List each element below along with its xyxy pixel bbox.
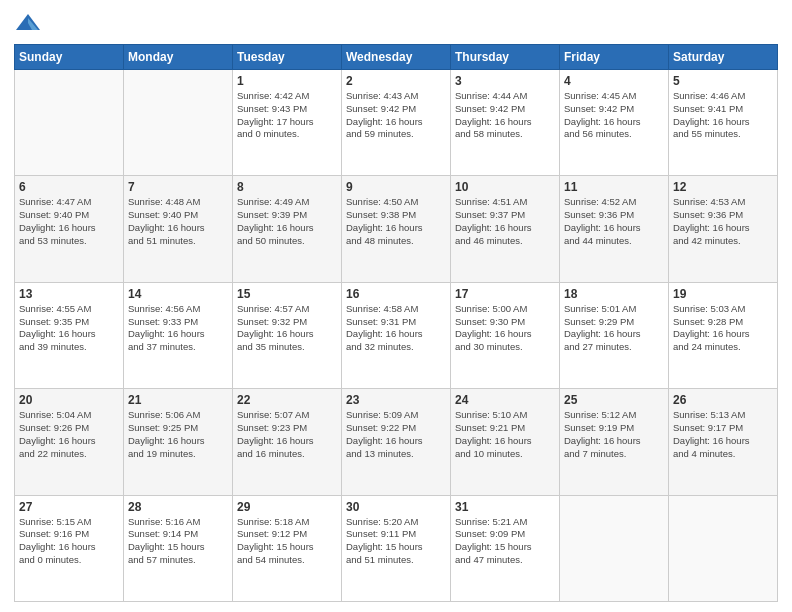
day-number: 9 xyxy=(346,180,446,194)
day-info: Sunrise: 4:56 AM Sunset: 9:33 PM Dayligh… xyxy=(128,303,228,354)
calendar-cell: 31Sunrise: 5:21 AM Sunset: 9:09 PM Dayli… xyxy=(451,495,560,601)
day-number: 13 xyxy=(19,287,119,301)
calendar-cell: 22Sunrise: 5:07 AM Sunset: 9:23 PM Dayli… xyxy=(233,389,342,495)
week-row-3: 13Sunrise: 4:55 AM Sunset: 9:35 PM Dayli… xyxy=(15,282,778,388)
day-info: Sunrise: 4:52 AM Sunset: 9:36 PM Dayligh… xyxy=(564,196,664,247)
day-number: 20 xyxy=(19,393,119,407)
logo-icon xyxy=(14,10,42,38)
calendar-cell xyxy=(669,495,778,601)
weekday-header-saturday: Saturday xyxy=(669,45,778,70)
calendar-cell: 24Sunrise: 5:10 AM Sunset: 9:21 PM Dayli… xyxy=(451,389,560,495)
day-info: Sunrise: 5:12 AM Sunset: 9:19 PM Dayligh… xyxy=(564,409,664,460)
day-number: 24 xyxy=(455,393,555,407)
day-number: 30 xyxy=(346,500,446,514)
weekday-header-sunday: Sunday xyxy=(15,45,124,70)
day-number: 26 xyxy=(673,393,773,407)
calendar-cell: 25Sunrise: 5:12 AM Sunset: 9:19 PM Dayli… xyxy=(560,389,669,495)
day-info: Sunrise: 4:46 AM Sunset: 9:41 PM Dayligh… xyxy=(673,90,773,141)
calendar-cell: 4Sunrise: 4:45 AM Sunset: 9:42 PM Daylig… xyxy=(560,70,669,176)
day-info: Sunrise: 4:48 AM Sunset: 9:40 PM Dayligh… xyxy=(128,196,228,247)
day-info: Sunrise: 4:42 AM Sunset: 9:43 PM Dayligh… xyxy=(237,90,337,141)
day-number: 8 xyxy=(237,180,337,194)
day-number: 23 xyxy=(346,393,446,407)
weekday-header-wednesday: Wednesday xyxy=(342,45,451,70)
calendar-cell: 5Sunrise: 4:46 AM Sunset: 9:41 PM Daylig… xyxy=(669,70,778,176)
calendar-cell: 16Sunrise: 4:58 AM Sunset: 9:31 PM Dayli… xyxy=(342,282,451,388)
calendar-cell: 9Sunrise: 4:50 AM Sunset: 9:38 PM Daylig… xyxy=(342,176,451,282)
calendar-cell: 27Sunrise: 5:15 AM Sunset: 9:16 PM Dayli… xyxy=(15,495,124,601)
day-info: Sunrise: 4:50 AM Sunset: 9:38 PM Dayligh… xyxy=(346,196,446,247)
day-info: Sunrise: 5:03 AM Sunset: 9:28 PM Dayligh… xyxy=(673,303,773,354)
day-info: Sunrise: 4:58 AM Sunset: 9:31 PM Dayligh… xyxy=(346,303,446,354)
day-number: 4 xyxy=(564,74,664,88)
calendar-cell xyxy=(15,70,124,176)
calendar-cell: 26Sunrise: 5:13 AM Sunset: 9:17 PM Dayli… xyxy=(669,389,778,495)
calendar-cell: 17Sunrise: 5:00 AM Sunset: 9:30 PM Dayli… xyxy=(451,282,560,388)
day-info: Sunrise: 4:47 AM Sunset: 9:40 PM Dayligh… xyxy=(19,196,119,247)
weekday-header-row: SundayMondayTuesdayWednesdayThursdayFrid… xyxy=(15,45,778,70)
day-number: 18 xyxy=(564,287,664,301)
calendar-cell: 18Sunrise: 5:01 AM Sunset: 9:29 PM Dayli… xyxy=(560,282,669,388)
day-info: Sunrise: 5:07 AM Sunset: 9:23 PM Dayligh… xyxy=(237,409,337,460)
day-number: 11 xyxy=(564,180,664,194)
day-info: Sunrise: 5:21 AM Sunset: 9:09 PM Dayligh… xyxy=(455,516,555,567)
calendar-cell: 23Sunrise: 5:09 AM Sunset: 9:22 PM Dayli… xyxy=(342,389,451,495)
day-info: Sunrise: 5:10 AM Sunset: 9:21 PM Dayligh… xyxy=(455,409,555,460)
calendar-cell: 7Sunrise: 4:48 AM Sunset: 9:40 PM Daylig… xyxy=(124,176,233,282)
day-number: 31 xyxy=(455,500,555,514)
calendar-cell: 15Sunrise: 4:57 AM Sunset: 9:32 PM Dayli… xyxy=(233,282,342,388)
day-number: 7 xyxy=(128,180,228,194)
logo xyxy=(14,10,46,38)
weekday-header-tuesday: Tuesday xyxy=(233,45,342,70)
calendar-cell: 28Sunrise: 5:16 AM Sunset: 9:14 PM Dayli… xyxy=(124,495,233,601)
day-info: Sunrise: 5:20 AM Sunset: 9:11 PM Dayligh… xyxy=(346,516,446,567)
week-row-1: 1Sunrise: 4:42 AM Sunset: 9:43 PM Daylig… xyxy=(15,70,778,176)
week-row-5: 27Sunrise: 5:15 AM Sunset: 9:16 PM Dayli… xyxy=(15,495,778,601)
day-number: 21 xyxy=(128,393,228,407)
calendar-cell: 11Sunrise: 4:52 AM Sunset: 9:36 PM Dayli… xyxy=(560,176,669,282)
day-info: Sunrise: 5:16 AM Sunset: 9:14 PM Dayligh… xyxy=(128,516,228,567)
header xyxy=(14,10,778,38)
day-info: Sunrise: 5:01 AM Sunset: 9:29 PM Dayligh… xyxy=(564,303,664,354)
calendar-cell: 19Sunrise: 5:03 AM Sunset: 9:28 PM Dayli… xyxy=(669,282,778,388)
day-info: Sunrise: 4:51 AM Sunset: 9:37 PM Dayligh… xyxy=(455,196,555,247)
day-number: 22 xyxy=(237,393,337,407)
day-info: Sunrise: 5:13 AM Sunset: 9:17 PM Dayligh… xyxy=(673,409,773,460)
weekday-header-friday: Friday xyxy=(560,45,669,70)
day-number: 1 xyxy=(237,74,337,88)
day-info: Sunrise: 5:09 AM Sunset: 9:22 PM Dayligh… xyxy=(346,409,446,460)
day-number: 6 xyxy=(19,180,119,194)
day-info: Sunrise: 4:45 AM Sunset: 9:42 PM Dayligh… xyxy=(564,90,664,141)
day-info: Sunrise: 5:06 AM Sunset: 9:25 PM Dayligh… xyxy=(128,409,228,460)
day-number: 10 xyxy=(455,180,555,194)
calendar-cell: 13Sunrise: 4:55 AM Sunset: 9:35 PM Dayli… xyxy=(15,282,124,388)
day-info: Sunrise: 4:57 AM Sunset: 9:32 PM Dayligh… xyxy=(237,303,337,354)
day-info: Sunrise: 5:04 AM Sunset: 9:26 PM Dayligh… xyxy=(19,409,119,460)
day-number: 14 xyxy=(128,287,228,301)
calendar-cell: 12Sunrise: 4:53 AM Sunset: 9:36 PM Dayli… xyxy=(669,176,778,282)
calendar-cell xyxy=(560,495,669,601)
day-number: 29 xyxy=(237,500,337,514)
calendar-cell: 30Sunrise: 5:20 AM Sunset: 9:11 PM Dayli… xyxy=(342,495,451,601)
week-row-4: 20Sunrise: 5:04 AM Sunset: 9:26 PM Dayli… xyxy=(15,389,778,495)
day-number: 27 xyxy=(19,500,119,514)
weekday-header-monday: Monday xyxy=(124,45,233,70)
day-number: 17 xyxy=(455,287,555,301)
day-number: 5 xyxy=(673,74,773,88)
calendar-cell: 6Sunrise: 4:47 AM Sunset: 9:40 PM Daylig… xyxy=(15,176,124,282)
day-info: Sunrise: 4:43 AM Sunset: 9:42 PM Dayligh… xyxy=(346,90,446,141)
day-info: Sunrise: 5:15 AM Sunset: 9:16 PM Dayligh… xyxy=(19,516,119,567)
weekday-header-thursday: Thursday xyxy=(451,45,560,70)
day-number: 28 xyxy=(128,500,228,514)
week-row-2: 6Sunrise: 4:47 AM Sunset: 9:40 PM Daylig… xyxy=(15,176,778,282)
day-number: 16 xyxy=(346,287,446,301)
day-number: 12 xyxy=(673,180,773,194)
day-info: Sunrise: 4:55 AM Sunset: 9:35 PM Dayligh… xyxy=(19,303,119,354)
day-number: 15 xyxy=(237,287,337,301)
calendar-cell: 10Sunrise: 4:51 AM Sunset: 9:37 PM Dayli… xyxy=(451,176,560,282)
day-number: 19 xyxy=(673,287,773,301)
calendar-cell: 29Sunrise: 5:18 AM Sunset: 9:12 PM Dayli… xyxy=(233,495,342,601)
day-number: 3 xyxy=(455,74,555,88)
day-info: Sunrise: 4:44 AM Sunset: 9:42 PM Dayligh… xyxy=(455,90,555,141)
calendar-cell: 2Sunrise: 4:43 AM Sunset: 9:42 PM Daylig… xyxy=(342,70,451,176)
